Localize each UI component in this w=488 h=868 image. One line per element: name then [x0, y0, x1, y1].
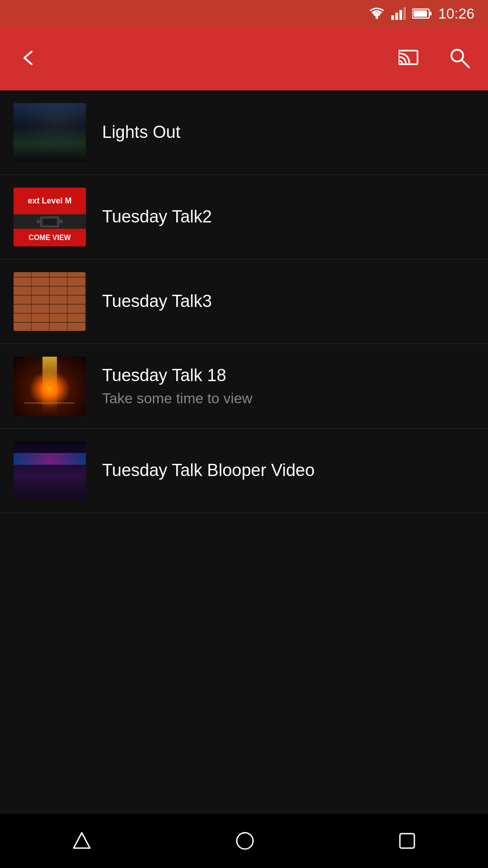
svg-rect-3 [399, 10, 402, 20]
video-info-1: Lights Out [102, 122, 474, 143]
video-subtitle-4: Take some time to view [102, 390, 474, 407]
svg-point-13 [37, 220, 40, 223]
svg-point-16 [237, 833, 253, 849]
svg-rect-12 [43, 219, 56, 225]
thumb-mid-2 [14, 214, 86, 229]
video-title-4: Tuesday Talk 18 [102, 365, 474, 386]
video-thumbnail-4 [14, 357, 86, 415]
app-bar-left [14, 43, 42, 74]
video-list: Lights Out ext Level M COME VIEW Tuesday… [0, 90, 488, 664]
thumb-bottom-2: COME VIEW [14, 229, 86, 246]
video-thumbnail-5 [14, 441, 86, 500]
thumb-banner-2: ext Level M [14, 188, 86, 214]
svg-rect-7 [413, 10, 427, 17]
svg-line-10 [462, 60, 469, 67]
nav-bar [0, 814, 488, 868]
search-button[interactable] [445, 43, 474, 75]
video-info-2: Tuesday Talk2 [102, 207, 474, 227]
svg-rect-6 [429, 12, 432, 15]
video-info-4: Tuesday Talk 18 Take some time to view [102, 365, 474, 407]
video-title-2: Tuesday Talk2 [102, 207, 474, 227]
list-item[interactable]: ext Level M COME VIEW Tuesday Talk2 [0, 175, 488, 259]
thumb-inner-5 [14, 441, 86, 500]
video-title-3: Tuesday Talk3 [102, 291, 474, 312]
svg-marker-15 [74, 833, 90, 848]
nav-recents-button[interactable] [389, 823, 425, 859]
list-item[interactable]: Tuesday Talk 18 Take some time to view [0, 344, 488, 429]
list-item[interactable]: Tuesday Talk Blooper Video [0, 429, 488, 513]
svg-rect-4 [404, 7, 406, 20]
svg-rect-2 [395, 13, 398, 20]
video-thumbnail-3 [14, 272, 86, 331]
video-info-3: Tuesday Talk3 [102, 291, 474, 312]
empty-space [0, 664, 488, 814]
list-item[interactable]: Tuesday Talk3 [0, 259, 488, 344]
video-thumbnail-2: ext Level M COME VIEW [14, 188, 86, 246]
video-title-5: Tuesday Talk Blooper Video [102, 460, 474, 481]
thumb-lights-5 [14, 453, 86, 465]
wifi-icon [369, 7, 385, 20]
status-bar: 10:26 [0, 0, 488, 27]
app-bar-right [394, 43, 474, 75]
battery-icon [412, 8, 432, 19]
svg-point-0 [375, 16, 378, 19]
video-title-1: Lights Out [102, 122, 474, 143]
video-thumbnail-1 [14, 103, 86, 162]
status-time: 10:26 [438, 5, 474, 22]
thumb-crowd-5 [14, 476, 86, 500]
video-info-5: Tuesday Talk Blooper Video [102, 460, 474, 481]
thumb-inner-3 [14, 272, 86, 331]
svg-rect-17 [400, 834, 414, 848]
list-item[interactable]: Lights Out [0, 90, 488, 175]
nav-back-button[interactable] [63, 822, 101, 860]
app-bar [0, 27, 488, 90]
thumb-inner-4 [14, 357, 86, 415]
signal-icon [391, 7, 406, 20]
back-button[interactable] [14, 43, 42, 74]
svg-rect-1 [391, 15, 394, 20]
status-icons: 10:26 [369, 5, 474, 22]
cast-button[interactable] [394, 43, 427, 74]
thumb-inner-2: ext Level M COME VIEW [14, 188, 86, 246]
nav-home-button[interactable] [226, 822, 264, 860]
svg-point-14 [59, 220, 63, 223]
